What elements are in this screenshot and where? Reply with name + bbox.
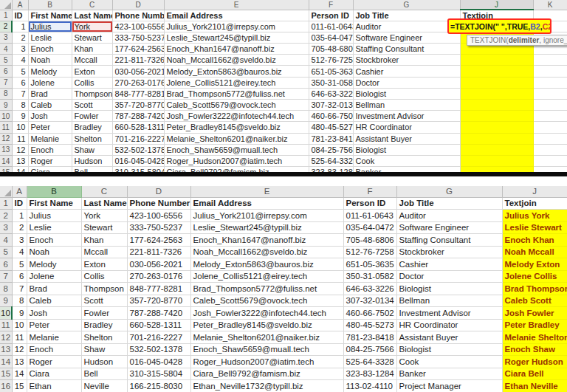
- top-cell-B11[interactable]: Peter: [28, 122, 72, 133]
- top-cell-E8[interactable]: Brad_Thompson5772@fuliss.net: [164, 88, 309, 99]
- bottom-cell-F9[interactable]: 307-32-0134: [343, 295, 396, 307]
- top-cell-B6[interactable]: Melody: [28, 66, 72, 77]
- bottom-cell-G3[interactable]: Software Engineer: [396, 221, 502, 234]
- top-cell-B15[interactable]: Ciara: [28, 167, 72, 172]
- bottom-cell-C16[interactable]: Neville: [81, 380, 127, 392]
- bottom-col-header-D[interactable]: D: [127, 186, 190, 197]
- top-cell-B7[interactable]: Jolene: [28, 77, 72, 88]
- top-cell-D1[interactable]: Phone Number: [112, 10, 164, 21]
- bottom-col-header-B[interactable]: B: [27, 186, 81, 197]
- top-cell-J10[interactable]: [460, 111, 533, 122]
- bottom-cell-G10[interactable]: Investment Advisor: [396, 307, 502, 320]
- top-cell-K9[interactable]: [533, 100, 567, 111]
- top-cell-G3[interactable]: Software Engineer: [353, 32, 460, 43]
- top-cell-E11[interactable]: Peter_Bradley8145@sveldo.biz: [164, 122, 309, 133]
- top-cell-G10[interactable]: Investment Advisor: [353, 111, 460, 122]
- bottom-cell-D14[interactable]: 016-045-0428: [127, 356, 190, 368]
- bottom-cell-F8[interactable]: 646-63-3226: [343, 283, 396, 295]
- bottom-cell-G12[interactable]: Assistant Buyer: [396, 331, 502, 344]
- top-cell-K12[interactable]: [533, 133, 567, 144]
- top-row-header-5[interactable]: 5: [0, 55, 12, 66]
- bottom-row-header-1[interactable]: 1: [0, 197, 12, 210]
- top-cell-G12[interactable]: Assistant Buyer: [353, 133, 460, 144]
- top-cell-K7[interactable]: [533, 77, 567, 88]
- top-cell-F11[interactable]: 480-45-5273: [309, 122, 353, 133]
- top-cell-C8[interactable]: Thompson: [72, 88, 112, 99]
- top-cell-K14[interactable]: [533, 155, 567, 166]
- top-cell-C13[interactable]: Shaw: [72, 144, 112, 155]
- top-cell-A2[interactable]: 1: [12, 21, 28, 32]
- bottom-row-header-3[interactable]: 3: [0, 221, 12, 234]
- top-cell-A6[interactable]: 5: [12, 66, 28, 77]
- bottom-cell-D2[interactable]: 423-100-6556: [127, 210, 190, 222]
- top-cell-C2[interactable]: York: [72, 21, 112, 32]
- bottom-cell-E4[interactable]: Enoch_Khan1647@nanoff.biz: [190, 234, 343, 247]
- top-cell-D2[interactable]: 423-100-6556: [112, 21, 164, 32]
- bottom-cell-A13[interactable]: 12: [12, 343, 27, 356]
- bottom-cell-C4[interactable]: Khan: [81, 234, 127, 247]
- bottom-cell-G16[interactable]: Project Manager: [396, 380, 502, 392]
- bottom-cell-J9[interactable]: Caleb Scott: [502, 295, 567, 307]
- bottom-cell-J3[interactable]: Leslie Stewart: [502, 221, 567, 234]
- top-cell-E6[interactable]: Melody_Exton5863@bauros.biz: [164, 66, 309, 77]
- bottom-cell-C15[interactable]: Bell: [81, 368, 127, 380]
- top-cell-G14[interactable]: Cook: [353, 155, 460, 166]
- bottom-cell-A1[interactable]: ID: [12, 197, 27, 210]
- top-cell-E12[interactable]: Melanie_Shelton6201@naiker.biz: [164, 133, 309, 144]
- top-cell-B4[interactable]: Enoch: [28, 44, 72, 55]
- top-cell-D6[interactable]: 030-056-2021: [112, 66, 164, 77]
- top-select-all-corner[interactable]: [0, 0, 12, 10]
- top-cell-B3[interactable]: Leslie: [28, 32, 72, 43]
- bottom-row-header-4[interactable]: 4: [0, 234, 12, 247]
- top-cell-K11[interactable]: [533, 122, 567, 133]
- top-row-header-10[interactable]: 10: [0, 111, 12, 122]
- top-cell-D12[interactable]: 701-216-2227: [112, 133, 164, 144]
- bottom-cell-C5[interactable]: Mccall: [81, 246, 127, 258]
- top-cell-D5[interactable]: 221-811-7326: [112, 55, 164, 66]
- top-row-header-11[interactable]: 11: [0, 122, 12, 133]
- top-cell-E3[interactable]: Leslie_Stewart245@typill.biz: [164, 32, 309, 43]
- top-cell-E1[interactable]: Email Address: [164, 10, 309, 21]
- bottom-cell-F7[interactable]: 350-31-0582: [343, 270, 396, 283]
- bottom-cell-F5[interactable]: 512-76-7258: [343, 246, 396, 258]
- top-row-header-4[interactable]: 4: [0, 44, 12, 55]
- bottom-cell-C2[interactable]: York: [81, 210, 127, 222]
- bottom-row-header-13[interactable]: 13: [0, 343, 12, 356]
- bottom-cell-B10[interactable]: Josh: [27, 307, 81, 320]
- top-cell-A3[interactable]: 2: [12, 32, 28, 43]
- top-cell-A5[interactable]: 4: [12, 55, 28, 66]
- bottom-cell-B7[interactable]: Jolene: [27, 270, 81, 283]
- bottom-cell-G1[interactable]: Job Title: [396, 197, 502, 210]
- top-row-header-13[interactable]: 13: [0, 144, 12, 155]
- bottom-cell-D4[interactable]: 177-624-2563: [127, 234, 190, 247]
- bottom-cell-A3[interactable]: 2: [12, 221, 27, 234]
- bottom-cell-J11[interactable]: Peter Bradley: [502, 319, 567, 331]
- bottom-cell-A16[interactable]: 15: [12, 380, 27, 392]
- bottom-cell-F13[interactable]: 084-25-7566: [343, 343, 396, 356]
- bottom-cell-G13[interactable]: Biologist: [396, 343, 502, 356]
- bottom-cell-J12[interactable]: Melanie Shelton: [502, 331, 567, 344]
- top-cell-G13[interactable]: Biologist: [353, 144, 460, 155]
- top-cell-E2[interactable]: Julius_York2101@irrepsy.com: [164, 21, 309, 32]
- top-col-header-J[interactable]: J: [460, 0, 533, 10]
- bottom-cell-A6[interactable]: 5: [12, 258, 27, 271]
- top-cell-F10[interactable]: 460-66-7502: [309, 111, 353, 122]
- top-row-header-6[interactable]: 6: [0, 66, 12, 77]
- bottom-cell-B15[interactable]: Ciara: [27, 368, 81, 380]
- bottom-row-header-12[interactable]: 12: [0, 331, 12, 344]
- top-cell-C5[interactable]: Mccall: [72, 55, 112, 66]
- top-cell-J9[interactable]: [460, 100, 533, 111]
- bottom-cell-G15[interactable]: Banker: [396, 368, 502, 380]
- top-col-header-F[interactable]: F: [309, 0, 353, 10]
- bottom-cell-G9[interactable]: Bellman: [396, 295, 502, 307]
- top-cell-B12[interactable]: Melanie: [28, 133, 72, 144]
- top-row-header-9[interactable]: 9: [0, 100, 12, 111]
- bottom-cell-G2[interactable]: Auditor: [396, 210, 502, 222]
- bottom-row-header-7[interactable]: 7: [0, 270, 12, 283]
- bottom-cell-F4[interactable]: 705-48-6806: [343, 234, 396, 247]
- bottom-cell-A7[interactable]: 6: [12, 270, 27, 283]
- top-cell-A9[interactable]: 8: [12, 100, 28, 111]
- top-cell-C10[interactable]: Fowler: [72, 111, 112, 122]
- top-col-header-A[interactable]: A: [12, 0, 28, 10]
- top-cell-G11[interactable]: HR Coordinator: [353, 122, 460, 133]
